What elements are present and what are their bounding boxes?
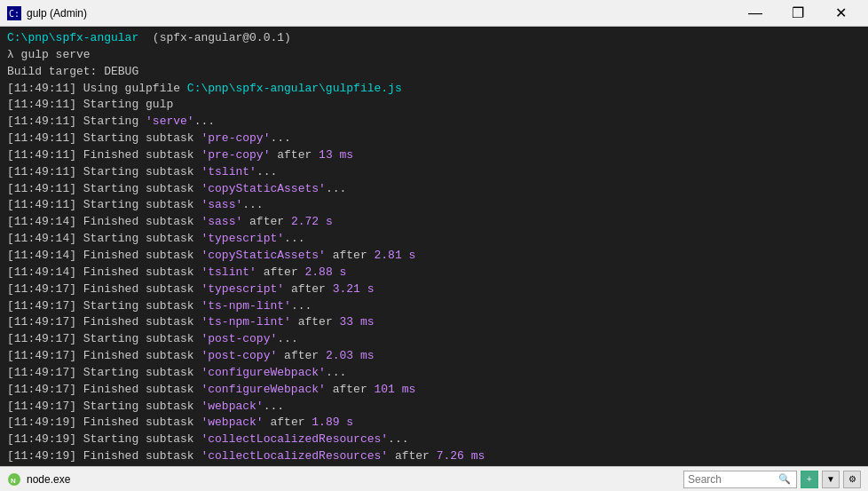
title-bar-left: C: gulp (Admin) (7, 6, 87, 20)
terminal-line: [11:49:17] Starting subtask 'webpack'... (7, 399, 861, 416)
toolbar-menu-button[interactable]: ▼ (822, 471, 840, 488)
terminal-line: [11:49:17] Finished subtask 'typescript'… (7, 281, 861, 298)
svg-text:C:: C: (9, 9, 20, 19)
title-bar-controls: — ❐ ✕ (735, 0, 861, 27)
terminal-line: [11:49:11] Starting 'serve'... (7, 114, 861, 131)
close-button[interactable]: ✕ (820, 0, 861, 27)
terminal-line: [11:49:14] Finished subtask 'tslint' aft… (7, 265, 861, 281)
terminal-line: [11:49:14] Finished subtask 'sass' after… (7, 214, 861, 231)
terminal-line: [11:49:19] Starting subtask 'collectLoca… (7, 432, 861, 448)
title-bar-title: gulp (Admin) (27, 7, 87, 20)
terminal-line: [11:49:17] Finished subtask 'configureWe… (7, 382, 861, 399)
terminal-line: [11:49:14] Finished subtask 'copyStaticA… (7, 248, 861, 265)
status-bar-right: 🔍 + ▼ ⚙ (683, 471, 861, 488)
toolbar-settings-button[interactable]: ⚙ (843, 471, 861, 488)
search-input[interactable] (688, 473, 777, 486)
terminal-line: [11:49:17] Finished subtask 'post-copy' … (7, 348, 861, 365)
terminal-line: [11:49:11] Starting subtask 'sass'... (7, 197, 861, 214)
terminal-line: [11:49:11] Finished subtask 'pre-copy' a… (7, 147, 861, 164)
title-bar: C: gulp (Admin) — ❐ ✕ (0, 0, 868, 27)
terminal-line: [11:49:19] Finished subtask 'webpack' af… (7, 415, 861, 432)
search-box: 🔍 (683, 471, 797, 488)
maximize-button[interactable]: ❐ (777, 0, 818, 27)
toolbar-add-button[interactable]: + (801, 471, 818, 488)
svg-text:N: N (11, 477, 16, 485)
node-icon: N (7, 472, 21, 487)
node-label: node.exe (27, 473, 70, 486)
status-bar: N node.exe 🔍 + ▼ ⚙ (0, 466, 868, 491)
terminal-line: C:\pnp\spfx-angular (spfx-angular@0.0.1) (7, 30, 861, 47)
terminal-line: [11:49:19] Finished subtask 'collectLoca… (7, 448, 861, 465)
terminal-line: [11:49:11] Starting subtask 'pre-copy'..… (7, 131, 861, 147)
terminal-line: [11:49:17] Finished subtask 'ts-npm-lint… (7, 314, 861, 331)
search-button[interactable]: 🔍 (777, 471, 793, 487)
terminal-line: Build target: DEBUG (7, 64, 861, 81)
minimize-button[interactable]: — (735, 0, 776, 27)
terminal-output: C:\pnp\spfx-angular (spfx-angular@0.0.1)… (0, 27, 868, 466)
terminal-line: [11:49:11] Starting gulp (7, 97, 861, 114)
terminal-line: [11:49:11] Starting subtask 'copyStaticA… (7, 181, 861, 198)
terminal-line: [11:49:14] Starting subtask 'typescript'… (7, 231, 861, 248)
status-bar-left: N node.exe (7, 472, 70, 487)
terminal-line: λ gulp serve (7, 47, 861, 64)
terminal-line: [11:49:17] Starting subtask 'configureWe… (7, 365, 861, 382)
terminal-line: [11:49:17] Starting subtask 'ts-npm-lint… (7, 298, 861, 315)
terminal-line: [11:49:11] Starting subtask 'tslint'... (7, 164, 861, 181)
cmd-icon: C: (7, 6, 21, 20)
terminal-line: [11:49:11] Using gulpfile C:\pnp\spfx-an… (7, 81, 861, 98)
terminal-line: [11:49:17] Starting subtask 'post-copy'.… (7, 331, 861, 348)
